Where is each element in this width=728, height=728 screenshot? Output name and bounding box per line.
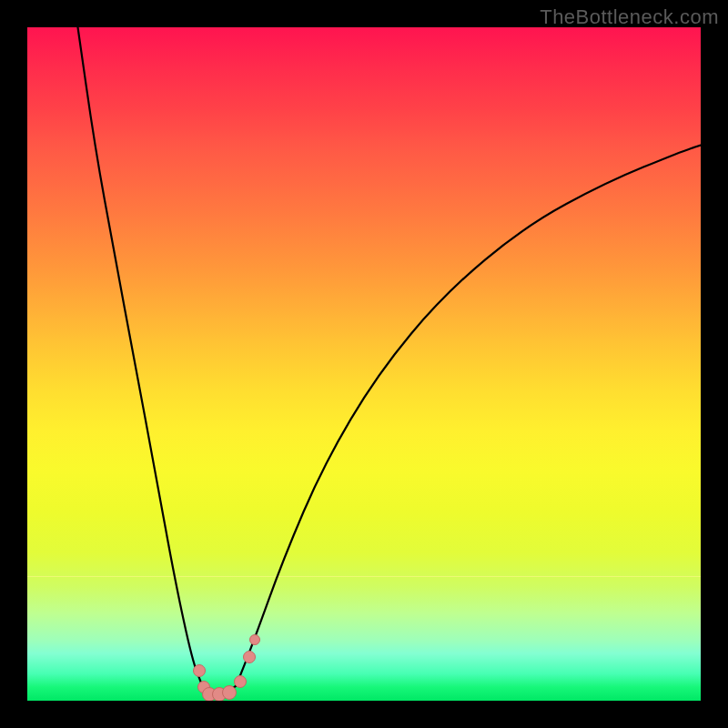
data-marker	[249, 634, 260, 645]
chart-frame: TheBottleneck.com	[0, 0, 728, 728]
data-marker	[234, 675, 247, 688]
plot-area	[27, 27, 701, 701]
data-markers-layer	[27, 27, 701, 701]
data-marker	[193, 664, 206, 677]
data-marker	[243, 651, 256, 663]
data-marker	[222, 685, 237, 700]
watermark-text: TheBottleneck.com	[540, 5, 719, 29]
